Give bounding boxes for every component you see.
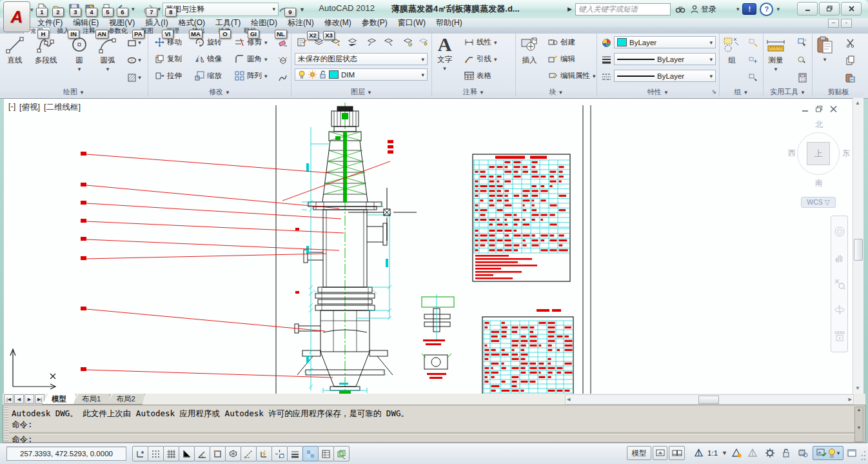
line-button[interactable]: 直线 xyxy=(5,35,25,65)
circle-caret-icon[interactable]: ▾ xyxy=(78,66,81,72)
viewcube-north[interactable]: 北 xyxy=(788,119,850,130)
paste-special-button[interactable] xyxy=(842,71,858,84)
signin-control[interactable]: 登录 xyxy=(690,4,716,15)
minimize-button[interactable] xyxy=(797,2,818,15)
text-caret-icon[interactable]: ▾ xyxy=(443,65,446,72)
viewport-controls[interactable]: [-] [俯视] [二维线框] xyxy=(8,102,81,113)
fillet-button[interactable]: 圆角▾ xyxy=(235,54,268,64)
horizontal-scrollbar[interactable]: ◀ ▶ xyxy=(565,394,854,405)
infocenter-collapse-icon[interactable]: ▶ xyxy=(567,6,572,12)
model-space-button[interactable]: 模型 xyxy=(627,446,651,460)
hatch-button[interactable]: ▾ xyxy=(126,71,142,84)
infer-constraints-toggle[interactable] xyxy=(132,446,148,461)
toolbar-lock-button[interactable] xyxy=(779,446,793,460)
clean-screen-button[interactable] xyxy=(845,446,859,460)
workspace-switcher[interactable]: 草图与注释▾ xyxy=(163,3,279,15)
lineweight-icon[interactable] xyxy=(598,53,614,66)
grid-toggle[interactable] xyxy=(163,446,179,461)
layer-freeze-button[interactable] xyxy=(344,35,360,48)
menu-window[interactable]: 窗口(W) xyxy=(393,18,431,27)
trim-caret-icon[interactable]: ▾ xyxy=(264,39,268,46)
zoom-extents-icon[interactable] xyxy=(834,278,845,290)
menu-help[interactable]: 帮助(H) xyxy=(431,18,468,27)
array-button[interactable]: 阵列▾ xyxy=(235,71,268,81)
menu-view[interactable]: 视图(V) xyxy=(104,18,140,27)
rectangle-caret-icon[interactable]: ▾ xyxy=(138,39,141,46)
exchange-apps-button[interactable]: ! xyxy=(742,3,756,15)
edit-attr-caret-icon[interactable]: ▾ xyxy=(593,73,596,79)
dwg-close-button[interactable] xyxy=(829,105,838,115)
coordinate-display[interactable]: 257.3393, 472.5293, 0.0000 xyxy=(6,447,126,461)
prev-tab-button[interactable]: ◀ xyxy=(14,394,24,404)
menu-parametric[interactable]: 参数(P) xyxy=(357,18,393,27)
app-menu-button[interactable]: A xyxy=(3,1,30,32)
stretch-button[interactable]: 拉伸 xyxy=(155,71,182,81)
annotation-scale-control[interactable]: 1:1 ▼ xyxy=(694,446,727,460)
layer-dropdown[interactable]: DIM ▾ xyxy=(295,68,428,81)
color-caret-icon[interactable]: ▾ xyxy=(709,39,713,46)
layer-on-button[interactable] xyxy=(380,35,396,48)
ellipse-caret-icon[interactable]: ▾ xyxy=(138,57,141,63)
panel-label-layers[interactable]: 图层 ▼ xyxy=(291,87,431,97)
polyline-button[interactable]: 多段线 xyxy=(35,35,57,65)
scroll-up-icon[interactable]: ▲ xyxy=(853,98,863,108)
panel-label-draw[interactable]: 绘图 ▼ xyxy=(0,87,148,97)
ellipse-button[interactable]: ▾ xyxy=(126,54,142,66)
menu-file[interactable]: 文件(F) xyxy=(32,18,68,27)
copy-button[interactable]: 复制 xyxy=(155,54,182,64)
measure-button[interactable]: 测量 ▾ xyxy=(766,35,785,72)
join-button[interactable] xyxy=(275,71,290,84)
help-caret-icon[interactable]: ▾ xyxy=(776,6,780,12)
drawing-canvas[interactable]: [-] [俯视] [二维线框] 北 南 西 东 上 WCS ▽ xyxy=(4,98,853,394)
paste-caret-icon[interactable]: ▾ xyxy=(824,56,827,63)
lineweight-caret-icon[interactable]: ▾ xyxy=(709,56,713,63)
osnap3d-toggle[interactable] xyxy=(225,446,241,461)
orbit-icon[interactable] xyxy=(834,304,845,316)
quick-calc-button[interactable] xyxy=(794,71,810,84)
wcs-menu[interactable]: WCS ▽ xyxy=(801,197,836,208)
color-wheel-icon[interactable] xyxy=(598,36,614,49)
autoscale-button[interactable] xyxy=(745,446,760,460)
insert-block-button[interactable]: 插入 xyxy=(520,35,539,65)
ungroup-button[interactable] xyxy=(745,36,761,49)
panel-label-utilities[interactable]: 实用工具 ▼ xyxy=(764,87,812,97)
arc-caret-icon[interactable]: ▾ xyxy=(106,66,110,72)
fillet-caret-icon[interactable]: ▾ xyxy=(264,56,268,63)
panel-label-properties[interactable]: 特性 ▼⇘ xyxy=(597,87,719,97)
close-button[interactable] xyxy=(841,2,862,15)
lineweight-dropdown[interactable]: ByLayer ▾ xyxy=(614,53,716,65)
layer-state-caret-icon[interactable]: ▾ xyxy=(421,56,424,63)
linetype-caret-icon[interactable]: ▾ xyxy=(709,73,713,79)
menu-format[interactable]: 格式(O) xyxy=(173,18,210,27)
menu-edit[interactable]: 编辑(E) xyxy=(68,18,104,27)
last-tab-button[interactable]: ▶| xyxy=(35,394,44,404)
command-window-grip[interactable] xyxy=(4,406,8,441)
paste-button[interactable]: ▾ xyxy=(815,35,834,63)
rotate-button[interactable]: 旋转 xyxy=(195,37,222,47)
dynamic-input-toggle[interactable] xyxy=(271,446,288,461)
tab-model[interactable]: 模型 xyxy=(42,394,76,405)
tab-layout2[interactable]: 布局2 xyxy=(106,394,144,405)
isolate-caret-icon[interactable]: ▾ xyxy=(837,450,840,456)
selection-cycling-toggle[interactable] xyxy=(333,446,350,461)
panel-label-annotate[interactable]: 注释 ▼ xyxy=(432,87,515,97)
quick-calc-select-button[interactable] xyxy=(794,54,810,66)
annotation-visibility-button[interactable] xyxy=(729,446,744,460)
menu-draw[interactable]: 绘图(D) xyxy=(246,18,282,27)
group-edit-button[interactable] xyxy=(745,54,761,66)
mdi-minimize-button[interactable]: ─ xyxy=(828,19,839,28)
quick-view-layouts-button[interactable] xyxy=(653,446,667,460)
hscroll-left-icon[interactable]: ◀ xyxy=(567,396,570,403)
group-select-button[interactable] xyxy=(745,71,761,84)
array-caret-icon[interactable]: ▾ xyxy=(264,73,268,79)
isolate-objects-group[interactable]: ▾ xyxy=(813,446,843,460)
quick-select-button[interactable] xyxy=(794,36,810,49)
dwg-restore-button[interactable] xyxy=(815,105,824,115)
panel-label-block[interactable]: 块 ▼ xyxy=(516,87,597,97)
undo-caret-icon[interactable]: ▾ xyxy=(132,6,135,12)
layer-color-swatch[interactable] xyxy=(329,70,339,79)
create-block-button[interactable]: 创建 xyxy=(548,37,575,47)
search-input[interactable] xyxy=(575,3,671,15)
workspace-caret-icon[interactable]: ▾ xyxy=(272,6,275,12)
command-history[interactable]: Autodesk DWG。 此文件上次由 Autodesk 应用程序或 Auto… xyxy=(9,407,854,431)
